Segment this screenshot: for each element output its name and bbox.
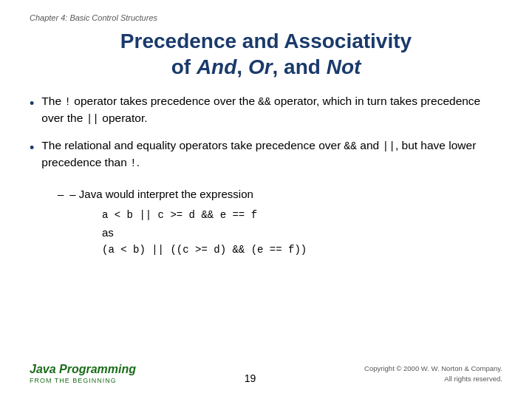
code-not-2: ! <box>130 157 137 169</box>
dash-text: – Java would interpret the expression <box>69 186 253 202</box>
dash-item: – – Java would interpret the expression <box>58 186 502 202</box>
bullet-item-2: • The relational and equality operators … <box>30 137 502 171</box>
bullet-item-1: • The ! operator takes precedence over t… <box>30 93 502 127</box>
code-block-result: (a < b) || ((c >= d) && (e == f)) <box>102 242 502 258</box>
code-and-2: && <box>344 140 357 152</box>
code-block-expression: a < b || c >= d && e == f <box>102 207 502 223</box>
footer-copyright: Copyright © 2000 W. W. Norton & Company.… <box>364 364 502 385</box>
copyright-line2: All rights reserved. <box>444 375 502 383</box>
title-line2: of And, Or, and Not <box>171 55 361 78</box>
code-line1: a < b || c >= d && e == f <box>102 207 502 223</box>
content-area: • The ! operator takes precedence over t… <box>30 93 502 355</box>
bullet-dot-1: • <box>30 94 34 113</box>
slide-container: Chapter 4: Basic Control Structures Prec… <box>0 0 532 399</box>
sub-section: – – Java would interpret the expression … <box>58 186 502 262</box>
bullet-dot-2: • <box>30 138 34 157</box>
copyright-line1: Copyright © 2000 W. W. Norton & Company. <box>364 364 502 372</box>
footer: Java Programming FROM THE BEGINNING 19 C… <box>30 355 502 384</box>
as-label: as <box>102 226 502 239</box>
dash-char: – <box>58 186 64 202</box>
footer-page-number: 19 <box>245 372 256 384</box>
code-line2: (a < b) || ((c >= d) && (e == f)) <box>102 242 502 258</box>
code-or-2: || <box>383 140 395 152</box>
code-or-1: || <box>86 113 99 125</box>
footer-brand: Java Programming FROM THE BEGINNING <box>30 363 136 384</box>
chapter-label: Chapter 4: Basic Control Structures <box>30 13 502 22</box>
footer-brand-title: Java Programming <box>30 363 136 376</box>
code-not-1: ! <box>64 96 71 108</box>
code-and-1: && <box>258 96 270 108</box>
footer-brand-subtitle: FROM THE BEGINNING <box>30 377 136 384</box>
title-line1: Precedence and Associativity <box>120 30 412 52</box>
main-title: Precedence and Associativity of And, Or,… <box>30 28 502 80</box>
bullet-text-2: The relational and equality operators ta… <box>41 137 502 171</box>
bullet-text-1: The ! operator takes precedence over the… <box>41 93 502 127</box>
